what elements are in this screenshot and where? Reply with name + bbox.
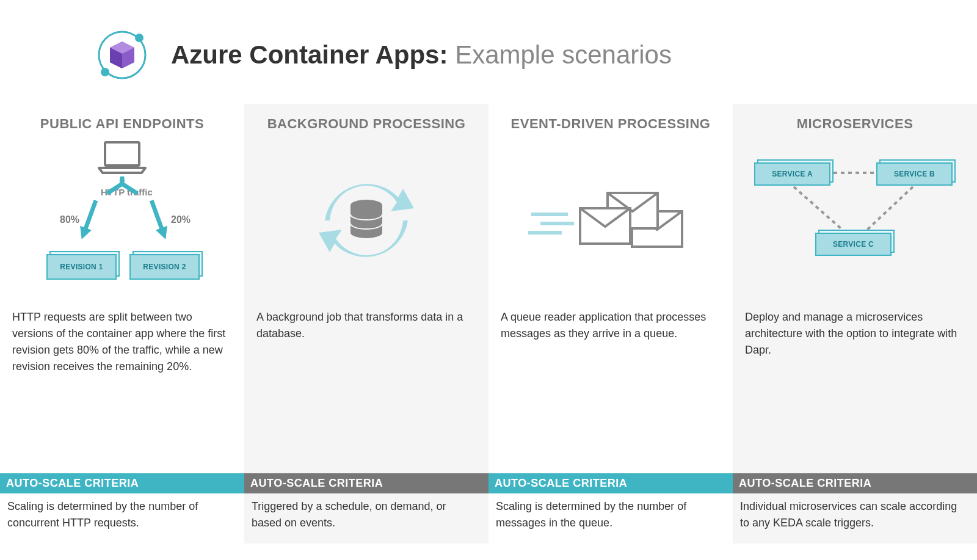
arrow-down-left-icon [76, 198, 102, 243]
message-queue-icon [525, 178, 696, 263]
svg-line-7 [151, 200, 162, 229]
header: Azure Container Apps: Example scenarios [0, 0, 977, 104]
auto-scale-text: Scaling is determined by the number of c… [0, 493, 244, 544]
column-heading: MICROSERVICES [733, 104, 977, 138]
title-subtitle: Example scenarios [455, 40, 672, 69]
auto-scale-text: Triggered by a schedule, on demand, or b… [244, 493, 488, 544]
laptop-icon [98, 141, 147, 175]
split-start-icon [104, 176, 140, 195]
svg-rect-3 [105, 142, 139, 165]
column-description: Deploy and manage a microservices archit… [733, 303, 977, 473]
svg-point-2 [101, 68, 109, 76]
auto-scale-bar: AUTO-SCALE CRITERIA [0, 473, 244, 493]
auto-scale-bar: AUTO-SCALE CRITERIA [244, 473, 488, 493]
column-public-api: PUBLIC API ENDPOINTS HTTP traffic 80% 20… [0, 104, 244, 544]
service-c-box: SERVICE C [815, 233, 892, 256]
svg-line-5 [85, 200, 96, 229]
auto-scale-bar: AUTO-SCALE CRITERIA [733, 473, 977, 493]
svg-line-17 [794, 187, 846, 233]
svg-point-1 [135, 34, 143, 42]
svg-marker-6 [76, 226, 92, 242]
svg-marker-8 [156, 226, 172, 242]
service-a-box: SERVICE A [754, 162, 830, 186]
column-microservices: MICROSERVICES SERVICE A SERVICE B SERVIC… [733, 104, 977, 544]
column-description: A queue reader application that processe… [488, 303, 733, 473]
percent-right-label: 20% [171, 214, 191, 225]
auto-scale-text: Individual microservices can scale accor… [733, 493, 977, 544]
container-apps-logo-icon [92, 24, 153, 85]
revision-1-box: REVISION 1 [46, 254, 117, 280]
scenarios-grid: PUBLIC API ENDPOINTS HTTP traffic 80% 20… [0, 104, 977, 544]
illustration-public-api: HTTP traffic 80% 20% REVISION 1 REVISION… [0, 138, 244, 303]
auto-scale-bar: AUTO-SCALE CRITERIA [488, 473, 733, 493]
column-heading: EVENT-DRIVEN PROCESSING [488, 104, 733, 138]
svg-line-18 [864, 187, 913, 233]
arrow-down-right-icon [146, 198, 172, 243]
column-event-driven: EVENT-DRIVEN PROCESSING A queue reader a… [488, 104, 733, 544]
revision-2-box: REVISION 2 [129, 254, 200, 280]
illustration-microservices: SERVICE A SERVICE B SERVICE C [733, 138, 977, 303]
auto-scale-text: Scaling is determined by the number of m… [488, 493, 733, 544]
title-bold: Azure Container Apps: [171, 40, 448, 69]
column-heading: PUBLIC API ENDPOINTS [0, 104, 244, 138]
percent-left-label: 80% [60, 214, 79, 225]
database-sync-icon [311, 172, 421, 269]
illustration-event-driven [488, 138, 733, 303]
illustration-background-processing [244, 138, 488, 303]
column-description: A background job that transforms data in… [244, 303, 488, 473]
column-heading: BACKGROUND PROCESSING [244, 104, 488, 138]
service-b-box: SERVICE B [876, 162, 953, 186]
column-description: HTTP requests are split between two vers… [0, 303, 244, 473]
page-title: Azure Container Apps: Example scenarios [171, 40, 672, 70]
column-background-processing: BACKGROUND PROCESSING A background job t… [244, 104, 488, 544]
